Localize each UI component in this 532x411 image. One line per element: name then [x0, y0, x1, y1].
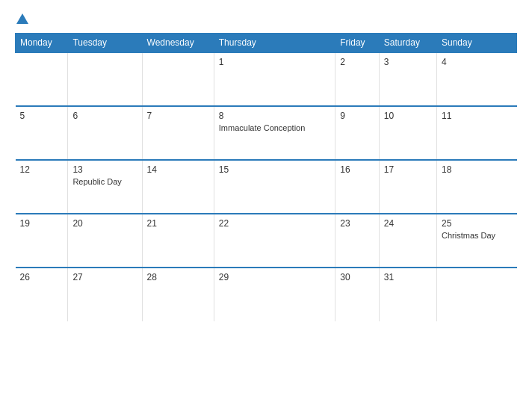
logo-triangle-icon — [16, 13, 28, 24]
day-number: 15 — [219, 164, 331, 175]
calendar-table: MondayTuesdayWednesdayThursdayFridaySatu… — [15, 33, 517, 321]
calendar-cell — [68, 52, 142, 106]
calendar-cell: 27 — [68, 268, 142, 321]
day-number: 10 — [384, 111, 432, 121]
weekday-header-row: MondayTuesdayWednesdayThursdayFridaySatu… — [16, 34, 517, 53]
calendar-cell: 16 — [335, 160, 380, 214]
event-label: Christmas Day — [442, 230, 513, 241]
calendar-week-row: 19202122232425Christmas Day — [16, 214, 517, 268]
calendar-cell: 12 — [16, 160, 68, 214]
day-number: 14 — [147, 164, 209, 175]
day-number: 23 — [340, 218, 374, 229]
day-number: 9 — [340, 111, 374, 121]
weekday-header-sunday: Sunday — [437, 34, 517, 53]
calendar-cell — [16, 52, 68, 106]
calendar-cell: 15 — [214, 160, 335, 214]
calendar-week-row: 1234 — [16, 52, 517, 106]
calendar-cell: 6 — [68, 106, 142, 160]
day-number: 4 — [442, 57, 513, 67]
day-number: 24 — [384, 218, 432, 229]
calendar-cell: 26 — [16, 268, 68, 321]
day-number: 11 — [442, 111, 513, 121]
calendar-cell: 4 — [437, 52, 517, 106]
day-number: 8 — [219, 111, 331, 121]
calendar-cell: 24 — [379, 214, 436, 268]
header — [15, 13, 517, 25]
calendar-cell: 10 — [379, 106, 436, 160]
calendar-cell: 2 — [335, 52, 380, 106]
calendar-page: MondayTuesdayWednesdayThursdayFridaySatu… — [0, 0, 532, 411]
day-number: 17 — [384, 164, 432, 175]
calendar-cell: 21 — [142, 214, 214, 268]
calendar-cell: 9 — [335, 106, 380, 160]
calendar-week-row: 262728293031 — [16, 268, 517, 321]
calendar-cell: 28 — [142, 268, 214, 321]
day-number: 3 — [384, 57, 432, 67]
day-number: 2 — [340, 57, 374, 67]
day-number: 29 — [219, 272, 331, 282]
day-number: 30 — [340, 272, 374, 282]
calendar-cell: 1 — [214, 52, 335, 106]
event-label: Immaculate Conception — [219, 123, 331, 133]
weekday-header-friday: Friday — [335, 34, 380, 53]
calendar-cell: 11 — [437, 106, 517, 160]
day-number: 16 — [340, 164, 374, 175]
day-number: 12 — [20, 164, 64, 175]
weekday-header-thursday: Thursday — [214, 34, 335, 53]
calendar-week-row: 1213Republic Day1415161718 — [16, 160, 517, 214]
calendar-cell: 14 — [142, 160, 214, 214]
day-number: 28 — [147, 272, 209, 282]
calendar-cell: 20 — [68, 214, 142, 268]
day-number: 1 — [219, 57, 331, 67]
calendar-cell: 5 — [16, 106, 68, 160]
day-number: 26 — [20, 272, 64, 282]
calendar-cell: 31 — [379, 268, 436, 321]
calendar-cell: 25Christmas Day — [437, 214, 517, 268]
calendar-cell: 29 — [214, 268, 335, 321]
day-number: 22 — [219, 218, 331, 229]
calendar-cell — [437, 268, 517, 321]
day-number: 31 — [384, 272, 432, 282]
day-number: 18 — [442, 164, 513, 175]
calendar-cell: 18 — [437, 160, 517, 214]
calendar-cell: 19 — [16, 214, 68, 268]
calendar-cell: 8Immaculate Conception — [214, 106, 335, 160]
calendar-cell — [142, 52, 214, 106]
calendar-cell: 13Republic Day — [68, 160, 142, 214]
day-number: 13 — [72, 164, 137, 175]
day-number: 27 — [72, 272, 137, 282]
day-number: 25 — [442, 218, 513, 229]
day-number: 6 — [72, 111, 137, 121]
weekday-header-saturday: Saturday — [379, 34, 436, 53]
weekday-header-monday: Monday — [16, 34, 68, 53]
day-number: 19 — [20, 218, 64, 229]
weekday-header-wednesday: Wednesday — [142, 34, 214, 53]
calendar-cell: 17 — [379, 160, 436, 214]
calendar-cell: 3 — [379, 52, 436, 106]
weekday-header-tuesday: Tuesday — [68, 34, 142, 53]
calendar-cell: 30 — [335, 268, 380, 321]
logo — [15, 13, 28, 25]
day-number: 21 — [147, 218, 209, 229]
calendar-cell: 7 — [142, 106, 214, 160]
day-number: 7 — [147, 111, 209, 121]
day-number: 20 — [72, 218, 137, 229]
event-label: Republic Day — [72, 176, 137, 187]
calendar-cell: 23 — [335, 214, 380, 268]
calendar-cell: 22 — [214, 214, 335, 268]
day-number: 5 — [20, 111, 64, 121]
calendar-week-row: 5678Immaculate Conception91011 — [16, 106, 517, 160]
